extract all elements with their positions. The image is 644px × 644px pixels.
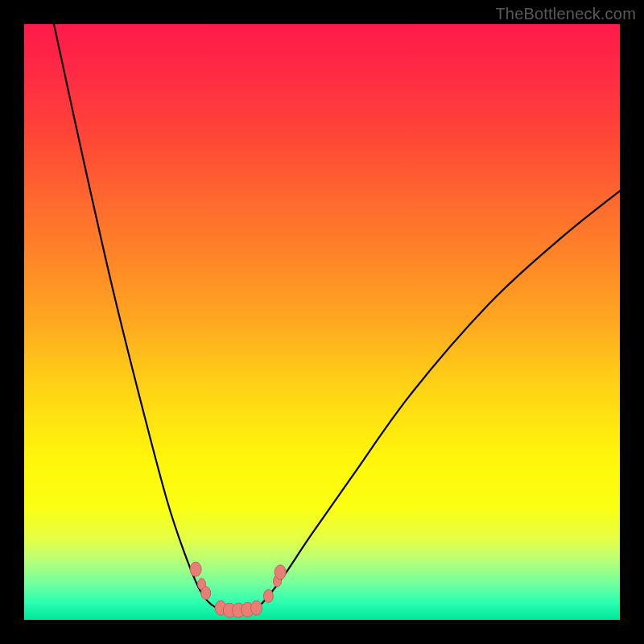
overlay-svg <box>24 24 620 620</box>
valley-marker <box>275 565 286 580</box>
chart-frame: TheBottleneck.com <box>0 0 644 644</box>
bottleneck-curve <box>54 24 620 611</box>
valley-marker <box>201 587 211 600</box>
valley-marker <box>190 562 201 576</box>
valley-marker <box>251 601 262 615</box>
watermark-text: TheBottleneck.com <box>495 5 636 23</box>
valley-marker <box>263 589 273 602</box>
valley-markers <box>190 562 286 617</box>
plot-area <box>24 24 620 620</box>
